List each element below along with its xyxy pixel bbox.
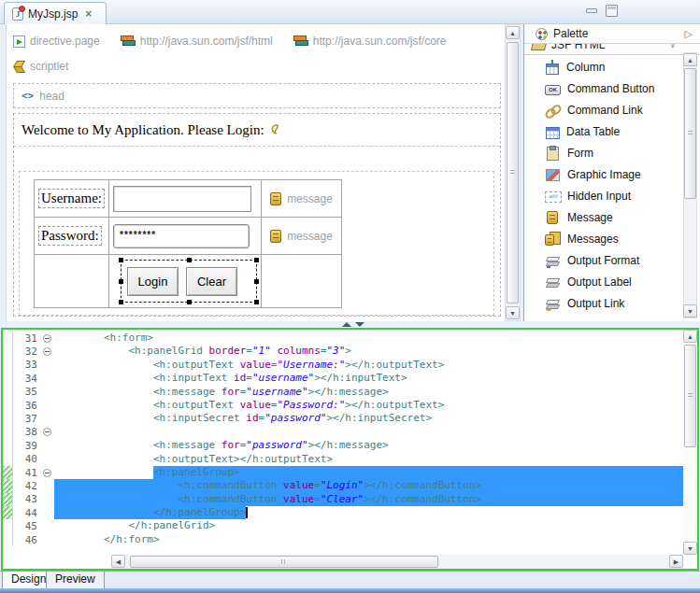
code-text[interactable]: <h:form> (54, 332, 683, 345)
code-text[interactable]: </h:panelGroup> (54, 506, 683, 519)
code-line-42[interactable]: 42 <h:commandButton value="Login"></h:co… (3, 479, 683, 492)
code-line-33[interactable]: 33 <h:outputText value="Username:"></h:o… (3, 359, 683, 372)
palette-scrollbar[interactable]: ▲ ▼ (683, 52, 697, 318)
code-text[interactable]: <h:inputSecret id="password"></h:inputSe… (54, 412, 683, 425)
code-text[interactable]: <h:panelGroup> (54, 466, 683, 479)
palette-item-command-button[interactable]: Command Button (524, 78, 681, 99)
code-text[interactable]: <h:outputText></h:outputText> (54, 453, 683, 466)
scroll-down-icon[interactable]: ▼ (683, 542, 697, 555)
welcome-output-text[interactable]: Welcome to My Application. Please Login: (14, 114, 500, 147)
code-text[interactable]: <h:inputText id="username"></h:inputText… (54, 372, 683, 385)
design-view[interactable]: directive.page http://java.sun.com/jsf/h… (0, 24, 505, 321)
palette-item-output-link[interactable]: Output Link (524, 292, 681, 314)
palette-item-messages[interactable]: Messages (524, 228, 681, 249)
selection-handle[interactable] (254, 279, 259, 284)
source-editor[interactable]: 31 <h:form>32 <h:panelGrid border="1" co… (1, 328, 699, 571)
scroll-up-icon[interactable]: ▲ (683, 330, 697, 343)
source-vertical-scrollbar[interactable]: ▲ ▼ (683, 330, 697, 555)
login-button[interactable]: Login (127, 267, 179, 296)
code-text[interactable]: <h:commandButton value="Clear"></h:comma… (54, 493, 683, 506)
scroll-up-icon[interactable]: ▲ (506, 26, 520, 39)
close-icon[interactable]: × (85, 7, 92, 21)
form-element[interactable]: Username: message (19, 171, 494, 316)
body-element[interactable]: Welcome to My Application. Please Login:… (13, 113, 501, 317)
scroll-up-icon[interactable]: ▲ (683, 53, 697, 66)
palette-item-command-link[interactable]: Command Link (524, 99, 681, 120)
taglib-core-element[interactable]: http://java.sun.com/jsf/core (293, 35, 447, 48)
code-line-38[interactable]: 38 (3, 426, 683, 439)
palette-item-message[interactable]: Message (524, 206, 681, 228)
code-line-34[interactable]: 34 <h:inputText id="username"></h:inputT… (3, 372, 683, 385)
code-text[interactable]: <h:panelGrid border="1" columns="3"> (54, 345, 683, 358)
palette-item-form[interactable]: Form (524, 142, 681, 163)
selection-handle[interactable] (187, 300, 192, 304)
code-line-35[interactable]: 35 <h:message for="username"></h:message… (3, 386, 683, 399)
fold-collapse-icon[interactable] (43, 469, 51, 477)
code-text[interactable]: <h:commandButton value="Login"></h:comma… (54, 479, 683, 492)
palette-expand-icon[interactable]: ▷ (685, 28, 693, 40)
head-element[interactable]: <> head (13, 83, 501, 108)
password-message[interactable]: message (265, 230, 337, 243)
code-text[interactable]: <h:message for="password"></h:message> (54, 439, 683, 452)
scrollbar-thumb[interactable] (684, 68, 696, 199)
scroll-right-icon[interactable]: ▶ (669, 555, 683, 568)
palette-item-hidden-input[interactable]: Hidden Input (524, 185, 681, 206)
code-line-32[interactable]: 32 <h:panelGrid border="1" columns="3"> (3, 345, 683, 358)
scroll-down-icon[interactable]: ▼ (683, 304, 697, 318)
selection-handle[interactable] (119, 279, 123, 284)
code-line-37[interactable]: 37 <h:inputSecret id="password"></h:inpu… (3, 412, 683, 425)
code-text[interactable]: <h:outputText value="Password:"></h:outp… (54, 399, 683, 412)
password-input[interactable]: ******** (113, 224, 250, 248)
palette-item-column[interactable]: Column (524, 56, 681, 78)
selection-handle[interactable] (119, 258, 123, 262)
code-line-44[interactable]: 44 </h:panelGroup> (3, 506, 683, 519)
clear-button[interactable]: Clear (186, 267, 237, 296)
tab-preview[interactable]: Preview (46, 572, 105, 589)
fold-collapse-icon[interactable] (43, 347, 51, 356)
editor-tab-myjsp[interactable]: MyJsp.jsp × (4, 2, 107, 24)
code-line-46[interactable]: 46 </h:form> (3, 533, 683, 546)
code-text[interactable]: </h:panelGrid> (54, 519, 683, 532)
code-line-39[interactable]: 39 <h:message for="password"></h:message… (3, 439, 683, 452)
password-label[interactable]: Password: (38, 226, 102, 246)
username-message[interactable]: message (265, 192, 337, 205)
scroll-left-icon[interactable]: ◀ (111, 555, 125, 568)
source-horizontal-scrollbar[interactable]: ◀ ▶ (111, 555, 683, 569)
code-line-31[interactable]: 31 <h:form> (3, 332, 683, 345)
directive-page-element[interactable]: directive.page (13, 35, 100, 48)
sash-down-icon[interactable] (355, 322, 364, 327)
fold-collapse-icon[interactable] (43, 428, 51, 436)
design-vertical-scrollbar[interactable]: ▲ ▼ (505, 24, 521, 321)
palette-item-graphic-image[interactable]: Graphic Image (524, 163, 681, 185)
panel-grid-table[interactable]: Username: message (34, 179, 342, 308)
code-line-36[interactable]: 36 <h:outputText value="Password:"></h:o… (3, 399, 683, 412)
username-input[interactable] (113, 186, 251, 212)
split-sash[interactable] (0, 321, 700, 328)
minimize-view-icon[interactable] (586, 8, 597, 13)
code-text[interactable]: </h:form> (54, 533, 683, 546)
selection-handle[interactable] (187, 258, 192, 262)
code-line-40[interactable]: 40 <h:outputText></h:outputText> (3, 453, 683, 466)
fold-collapse-icon[interactable] (43, 334, 51, 343)
chevron-down-icon[interactable]: ∨ (669, 44, 676, 49)
taglib-html-element[interactable]: http://java.sun.com/jsf/html (121, 35, 273, 48)
username-label[interactable]: Username: (38, 189, 105, 208)
scrollbar-thumb[interactable] (507, 42, 519, 304)
code-text[interactable]: <h:outputText value="Username:"></h:outp… (54, 359, 683, 372)
selection-handle[interactable] (254, 300, 259, 304)
code-text[interactable] (54, 426, 683, 439)
palette-header[interactable]: Palette ▷ (524, 24, 700, 44)
sash-up-icon[interactable] (342, 322, 351, 327)
maximize-view-icon[interactable] (606, 5, 618, 17)
scrollbar-thumb[interactable] (684, 345, 696, 447)
scrollbar-thumb[interactable] (130, 556, 438, 568)
code-line-41[interactable]: 41 <h:panelGroup> (3, 466, 683, 479)
selection-handle[interactable] (119, 300, 123, 304)
panel-group-selected[interactable]: Login Clear (121, 260, 257, 303)
code-line-45[interactable]: 45 </h:panelGrid> (3, 519, 683, 532)
code-line-43[interactable]: 43 <h:commandButton value="Clear"></h:co… (3, 493, 683, 506)
palette-item-output-format[interactable]: Output Format (524, 249, 681, 271)
scriptlet-element[interactable]: scriptlet (13, 59, 68, 74)
palette-item-data-table[interactable]: Data Table (524, 120, 681, 142)
palette-item-output-label[interactable]: Output Label (524, 271, 681, 292)
